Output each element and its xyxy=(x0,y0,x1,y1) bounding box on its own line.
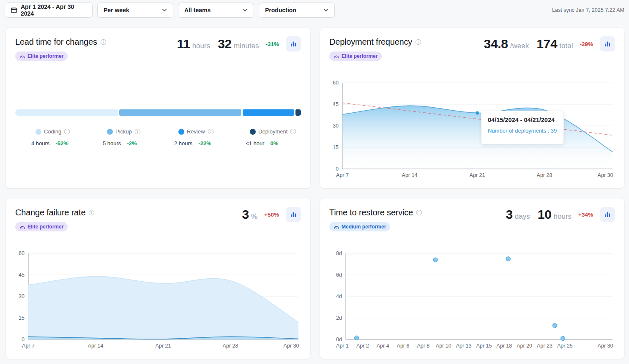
info-icon[interactable] xyxy=(134,128,141,135)
svg-text:45: 45 xyxy=(19,272,25,278)
svg-text:2d: 2d xyxy=(336,315,342,321)
granularity-select[interactable]: Per week xyxy=(97,3,173,18)
stage-duration: 4 hours xyxy=(31,140,49,147)
value-number: 32 xyxy=(218,37,232,51)
svg-text:Apr 1: Apr 1 xyxy=(336,343,349,349)
performer-badge: Medium performer xyxy=(329,222,390,231)
performance-gauge-icon xyxy=(19,225,25,229)
value-number: 3 xyxy=(506,207,512,222)
change-percent: +34% xyxy=(578,212,593,218)
bar-chart-button[interactable] xyxy=(286,207,301,222)
svg-text:0d: 0d xyxy=(336,337,342,342)
svg-text:15: 15 xyxy=(333,144,339,150)
legend-item-coding: Coding4 hours-52% xyxy=(15,128,87,147)
stage-change: -52% xyxy=(55,140,68,147)
stage-change: 0% xyxy=(270,140,278,147)
bar-segment-pickup[interactable] xyxy=(119,109,241,116)
info-icon[interactable] xyxy=(208,128,214,135)
svg-text:Apr 18: Apr 18 xyxy=(496,343,512,349)
environment-select[interactable]: Production xyxy=(259,3,335,18)
legend-label: Deployment xyxy=(258,128,287,135)
date-range-picker[interactable]: Apr 1 2024 - Apr 30 2024 xyxy=(5,3,93,18)
svg-text:Apr 7: Apr 7 xyxy=(22,343,35,349)
bar-segment-coding[interactable] xyxy=(15,109,118,116)
performance-gauge-icon xyxy=(334,225,339,229)
granularity-value: Per week xyxy=(104,7,129,14)
last-sync-label: Last sync Jan 7, 2025 7:22 AM xyxy=(552,7,624,13)
environment-value: Production xyxy=(265,7,296,14)
card-title: Change failure rate xyxy=(15,207,85,218)
info-icon[interactable] xyxy=(88,209,95,216)
performer-badge: Elite performer xyxy=(329,52,382,61)
legend-item-deployment: Deployment<1 hour0% xyxy=(230,128,301,147)
stage-duration: <1 hour xyxy=(246,140,264,147)
svg-text:Apr 21: Apr 21 xyxy=(156,343,171,349)
stage-change: -2% xyxy=(127,140,137,147)
metric-value: 3% xyxy=(242,207,258,222)
metric-value: 34.8/week 174total xyxy=(484,37,573,51)
svg-text:Apr 30: Apr 30 xyxy=(598,343,613,349)
svg-text:0: 0 xyxy=(22,337,25,342)
svg-text:Apr 14: Apr 14 xyxy=(402,172,418,178)
metric-value: 3days 10hours xyxy=(506,207,572,222)
value-unit: /week xyxy=(510,42,529,50)
change-failure-rate-card: Change failure rate Elite performer 3% +… xyxy=(6,198,310,359)
performer-badge-label: Elite performer xyxy=(27,224,63,230)
bar-chart-button[interactable] xyxy=(286,36,301,52)
svg-text:Apr 28: Apr 28 xyxy=(537,172,552,178)
info-icon[interactable] xyxy=(290,128,296,135)
teams-select[interactable]: All teams xyxy=(178,3,254,18)
svg-text:8d: 8d xyxy=(336,250,342,256)
stage-duration: 5 hours xyxy=(103,140,121,147)
performer-badge-label: Elite performer xyxy=(27,53,63,59)
chevron-down-icon xyxy=(323,8,328,12)
info-icon[interactable] xyxy=(416,209,422,216)
deployment-frequency-chart[interactable]: 015304560Apr 7Apr 14Apr 21Apr 28Apr 30 xyxy=(329,74,615,181)
svg-text:Apr 4: Apr 4 xyxy=(377,343,389,349)
performance-gauge-icon xyxy=(19,54,25,59)
lead-time-legend: Coding4 hours-52%Pickup5 hours-2%Review2… xyxy=(15,128,301,147)
performance-gauge-icon xyxy=(334,54,339,59)
svg-text:60: 60 xyxy=(333,80,339,86)
svg-text:Apr 14: Apr 14 xyxy=(88,343,104,349)
svg-text:0: 0 xyxy=(336,166,339,172)
stage-change: -22% xyxy=(198,140,211,147)
svg-text:Apr 30: Apr 30 xyxy=(598,172,613,178)
change-failure-rate-chart[interactable]: 015304560Apr 7Apr 14Apr 21Apr 28Apr 30 xyxy=(15,245,301,351)
performer-badge-label: Medium performer xyxy=(342,224,386,230)
legend-label: Pickup xyxy=(115,128,132,135)
svg-text:15: 15 xyxy=(19,315,25,321)
card-title: Lead time for changes xyxy=(15,36,97,47)
svg-text:Apr 15: Apr 15 xyxy=(476,343,492,349)
metrics-grid: Lead time for changes Elite performer 11… xyxy=(0,20,629,359)
svg-text:30: 30 xyxy=(19,293,25,299)
value-unit: minutes xyxy=(234,42,259,50)
lead-time-stacked-bar[interactable] xyxy=(15,109,301,116)
metric-value: 11hours 32minutes xyxy=(177,37,259,51)
bar-chart-button[interactable] xyxy=(600,207,615,222)
value-number: 174 xyxy=(536,37,557,51)
svg-text:Apr 23: Apr 23 xyxy=(537,343,552,349)
value-number: 10 xyxy=(538,207,552,222)
performer-badge: Elite performer xyxy=(15,52,68,61)
chevron-down-icon xyxy=(243,8,248,12)
bar-segment-deployment[interactable] xyxy=(295,109,301,116)
svg-text:Apr 10: Apr 10 xyxy=(436,343,451,349)
value-unit: days xyxy=(515,212,530,221)
value-unit: total xyxy=(559,42,573,50)
legend-dot xyxy=(178,129,184,135)
info-icon[interactable] xyxy=(100,39,107,45)
info-icon[interactable] xyxy=(64,128,70,135)
card-title: Deployment frequency xyxy=(329,36,412,47)
bar-segment-review[interactable] xyxy=(243,109,294,116)
lead-time-card: Lead time for changes Elite performer 11… xyxy=(6,28,310,188)
svg-text:Apr 7: Apr 7 xyxy=(336,172,349,178)
value-number: 34.8 xyxy=(484,37,508,51)
info-icon[interactable] xyxy=(415,39,421,45)
time-to-restore-chart[interactable]: 0d2d4d6d8dApr 1Apr 2Apr 4Apr 6Apr 8Apr 1… xyxy=(329,245,615,351)
bar-chart-button[interactable] xyxy=(600,36,615,52)
change-percent: -29% xyxy=(580,41,593,47)
legend-dot xyxy=(107,129,113,135)
svg-text:45: 45 xyxy=(333,101,339,107)
value-unit: % xyxy=(251,212,257,221)
